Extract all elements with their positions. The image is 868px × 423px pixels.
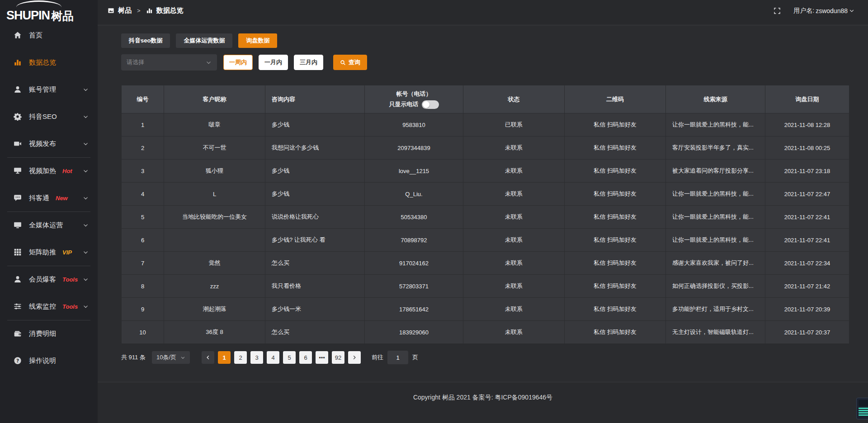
range-button-quarter[interactable]: 三月内 [294, 55, 323, 70]
total-count: 共 911 条 [121, 353, 146, 362]
sidebar-item-douyin-seo[interactable]: 抖音SEO [0, 103, 98, 130]
cell-date: 2021-11-07 20:39 [765, 298, 849, 321]
sidebar-item-clue-monitor[interactable]: 线索监控Tools [0, 293, 98, 320]
filter-bar: 请选择 一周内一月内三月内 查询 [121, 54, 849, 70]
cell-status: 已联系 [463, 113, 565, 136]
tab-media-ops-data[interactable]: 全媒体运营数据 [176, 33, 232, 48]
page-button-3[interactable]: 3 [250, 351, 263, 364]
chevron-down-icon [83, 87, 89, 93]
date-range-buttons: 一周内一月内三月内 [223, 55, 323, 70]
cell-date: 2021-11-07 22:41 [765, 206, 849, 229]
cell-qr-link[interactable]: 私信 扫码加好友 [565, 252, 666, 275]
cell-content: 说说价格让我死心 [265, 206, 365, 229]
cell-qr-link[interactable]: 私信 扫码加好友 [565, 298, 666, 321]
cell-account: 2097344839 [365, 136, 463, 160]
cell-status: 未联系 [463, 206, 565, 229]
cell-nickname: 觉然 [164, 252, 265, 275]
fullscreen-icon[interactable] [774, 7, 781, 14]
cell-nickname: 狐小狸 [164, 160, 265, 183]
search-button[interactable]: 查询 [333, 55, 367, 70]
search-button-label: 查询 [349, 58, 360, 66]
page-button-92[interactable]: 92 [332, 351, 344, 364]
sidebar-item-member-baoke[interactable]: 会员爆客Tools [0, 266, 98, 293]
logo-text-cjk: 树品 [51, 10, 74, 22]
cell-qr-link[interactable]: 私信 扫码加好友 [565, 229, 666, 252]
cell-nickname: 潮起潮落 [164, 298, 265, 321]
cell-source-link[interactable]: 让你一眼就爱上的黑科技，能... [666, 229, 765, 252]
page-size-value: 10条/页 [156, 353, 176, 362]
cell-source-link[interactable]: 被大家追着问的客厅投影分享... [666, 160, 765, 183]
username-label: 用户名: [793, 7, 814, 15]
cell-qr-link[interactable]: 私信 扫码加好友 [565, 206, 666, 229]
table-row: 6多少钱? 让我死心 看70898792未联系私信 扫码加好友让你一眼就爱上的黑… [122, 229, 849, 252]
sidebar-item-label: 抖客通 [29, 194, 49, 202]
phone-only-toggle[interactable] [422, 100, 439, 109]
sidebar-item-home[interactable]: 首页 [0, 22, 98, 49]
cell-qr-link[interactable]: 私信 扫码加好友 [565, 275, 666, 298]
grid-icon [14, 248, 22, 256]
range-button-month[interactable]: 一月内 [259, 55, 288, 70]
sidebar-item-video-heat[interactable]: 视频加热Hot [0, 157, 98, 184]
table-row: 1036度 8怎么买183929060未联系私信 扫码加好友无主灯设计，智能磁吸… [122, 321, 849, 344]
sidebar-item-badge: New [56, 195, 68, 202]
chevron-down-icon [83, 277, 89, 282]
prev-page-button[interactable] [202, 351, 214, 364]
search-icon [340, 60, 346, 66]
sidebar-item-operation-guide[interactable]: ?操作说明 [0, 347, 98, 374]
cell-qr-link[interactable]: 私信 扫码加好友 [565, 113, 666, 136]
cell-content: 多少钱 [265, 160, 365, 183]
page-size-select[interactable]: 10条/页 [152, 351, 190, 364]
cell-id: 1 [122, 113, 164, 136]
sidebar-item-badge: VIP [62, 249, 72, 256]
cell-qr-link[interactable]: 私信 扫码加好友 [565, 160, 666, 183]
user-menu[interactable]: 用户名: zswodun88 [793, 7, 854, 15]
page-button-1[interactable]: 1 [218, 351, 231, 364]
page-button-6[interactable]: 6 [299, 351, 312, 364]
table-row: 1啵章多少钱9583810已联系私信 扫码加好友让你一眼就爱上的黑科技，能...… [122, 113, 849, 136]
sidebar-item-data-overview[interactable]: 数据总览 [0, 49, 98, 76]
cell-source-link[interactable]: 让你一眼就爱上的黑科技，能... [666, 206, 765, 229]
cell-qr-link[interactable]: 私信 扫码加好友 [565, 136, 666, 160]
sidebar-item-video-publish[interactable]: 视频发布 [0, 130, 98, 157]
sidebar-item-label: 视频加热 [29, 167, 56, 175]
sidebar-item-matrix-boost[interactable]: 矩阵助推VIP [0, 239, 98, 266]
filter-select[interactable]: 请选择 [121, 54, 217, 70]
gear-icon [14, 113, 22, 121]
sidebar-item-consume-detail[interactable]: 消费明细 [0, 320, 98, 347]
goto-page-input[interactable] [387, 351, 408, 364]
corner-widget[interactable] [856, 398, 868, 419]
range-button-week[interactable]: 一周内 [223, 55, 253, 70]
cell-source-link[interactable]: 客厅安装投影半年多了，真实... [666, 136, 765, 160]
breadcrumb-home[interactable]: 树品 [118, 6, 132, 15]
cell-source-link[interactable]: 感谢大家喜欢我家，被问了好... [666, 252, 765, 275]
cell-id: 9 [122, 298, 164, 321]
username-value: zswodun88 [816, 7, 848, 14]
cell-account: love__1215 [365, 160, 463, 183]
col-status: 状态 [463, 85, 565, 113]
page-ellipsis-button[interactable]: ••• [316, 351, 328, 364]
next-page-button[interactable] [348, 351, 361, 364]
cell-source-link[interactable]: 无主灯设计，智能磁吸轨道灯... [666, 321, 765, 344]
sidebar-item-douketong[interactable]: 抖客通New [0, 184, 98, 212]
page-button-5[interactable]: 5 [283, 351, 296, 364]
cell-date: 2021-11-08 12:28 [765, 113, 849, 136]
tab-douyin-seo-data[interactable]: 抖音seo数据 [121, 33, 170, 48]
sidebar-item-account-manage[interactable]: 账号管理 [0, 76, 98, 103]
page-button-2[interactable]: 2 [234, 351, 247, 364]
cell-id: 10 [122, 321, 164, 344]
cell-source-link[interactable]: 如何正确选择投影仪，买投影... [666, 275, 765, 298]
cell-qr-link[interactable]: 私信 扫码加好友 [565, 183, 666, 206]
logo-arc [16, 0, 61, 7]
tab-inquiry-data[interactable]: 询盘数据 [238, 33, 277, 48]
cell-source-link[interactable]: 多功能护栏灯，适用于乡村文... [666, 298, 765, 321]
cell-source-link[interactable]: 让你一眼就爱上的黑科技，能... [666, 183, 765, 206]
cell-source-link[interactable]: 让你一眼就爱上的黑科技，能... [666, 113, 765, 136]
topbar-right: 用户名: zswodun88 [774, 7, 854, 15]
phone-only-label: 只显示电话 [389, 100, 419, 108]
data-tabs: 抖音seo数据全媒体运营数据询盘数据 [121, 33, 849, 48]
page-button-4[interactable]: 4 [267, 351, 279, 364]
svg-text:?: ? [16, 358, 19, 364]
cell-qr-link[interactable]: 私信 扫码加好友 [565, 321, 666, 344]
sidebar-item-media-ops[interactable]: 全媒体运营 [0, 212, 98, 239]
chevron-down-icon [83, 222, 89, 228]
